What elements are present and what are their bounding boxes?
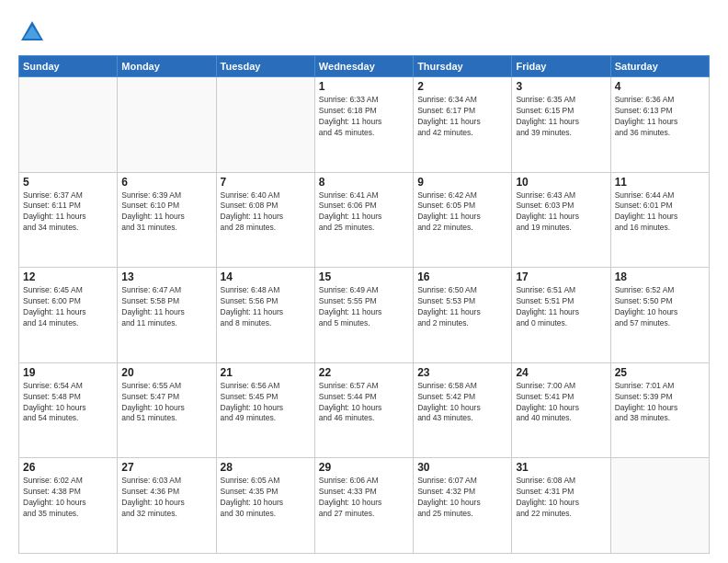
calendar-cell: 9Sunrise: 6:42 AM Sunset: 6:05 PM Daylig… <box>414 172 512 268</box>
page: SundayMondayTuesdayWednesdayThursdayFrid… <box>0 0 728 563</box>
calendar-cell: 19Sunrise: 6:54 AM Sunset: 5:48 PM Dayli… <box>19 362 118 458</box>
weekday-header-saturday: Saturday <box>610 56 709 77</box>
calendar-cell: 8Sunrise: 6:41 AM Sunset: 6:06 PM Daylig… <box>314 172 413 268</box>
day-info: Sunrise: 6:45 AM Sunset: 6:00 PM Dayligh… <box>23 285 113 329</box>
day-info: Sunrise: 6:08 AM Sunset: 4:31 PM Dayligh… <box>516 476 606 520</box>
day-number: 19 <box>23 366 113 379</box>
calendar-cell: 17Sunrise: 6:51 AM Sunset: 5:51 PM Dayli… <box>512 268 610 363</box>
calendar-cell: 24Sunrise: 7:00 AM Sunset: 5:41 PM Dayli… <box>512 362 610 458</box>
day-number: 31 <box>516 461 606 474</box>
day-number: 11 <box>615 176 705 189</box>
weekday-header-tuesday: Tuesday <box>216 56 314 77</box>
day-info: Sunrise: 6:37 AM Sunset: 6:11 PM Dayligh… <box>23 190 113 235</box>
calendar-cell: 20Sunrise: 6:55 AM Sunset: 5:47 PM Dayli… <box>118 362 216 458</box>
day-info: Sunrise: 6:57 AM Sunset: 5:44 PM Dayligh… <box>319 381 409 425</box>
calendar-cell: 13Sunrise: 6:47 AM Sunset: 5:58 PM Dayli… <box>118 268 216 363</box>
calendar-cell: 7Sunrise: 6:40 AM Sunset: 6:08 PM Daylig… <box>216 172 314 268</box>
calendar-cell: 21Sunrise: 6:56 AM Sunset: 5:45 PM Dayli… <box>216 362 314 458</box>
day-info: Sunrise: 6:50 AM Sunset: 5:53 PM Dayligh… <box>417 285 507 329</box>
calendar-cell: 23Sunrise: 6:58 AM Sunset: 5:42 PM Dayli… <box>414 362 512 458</box>
calendar-cell <box>216 77 314 173</box>
day-info: Sunrise: 6:36 AM Sunset: 6:13 PM Dayligh… <box>615 95 705 139</box>
day-number: 30 <box>417 461 507 474</box>
calendar-cell: 30Sunrise: 6:07 AM Sunset: 4:32 PM Dayli… <box>414 458 512 554</box>
day-number: 16 <box>417 270 507 283</box>
day-number: 27 <box>121 461 211 474</box>
day-number: 13 <box>121 270 211 283</box>
day-number: 10 <box>516 176 606 189</box>
day-number: 28 <box>221 461 311 474</box>
day-info: Sunrise: 6:54 AM Sunset: 5:48 PM Dayligh… <box>23 381 113 425</box>
day-info: Sunrise: 6:49 AM Sunset: 5:55 PM Dayligh… <box>319 285 409 329</box>
day-number: 9 <box>417 176 507 189</box>
day-info: Sunrise: 6:55 AM Sunset: 5:47 PM Dayligh… <box>121 381 211 425</box>
day-number: 1 <box>319 80 409 93</box>
day-info: Sunrise: 6:06 AM Sunset: 4:33 PM Dayligh… <box>319 476 409 520</box>
day-info: Sunrise: 6:48 AM Sunset: 5:56 PM Dayligh… <box>221 285 311 329</box>
weekday-header-wednesday: Wednesday <box>314 56 413 77</box>
day-info: Sunrise: 6:07 AM Sunset: 4:32 PM Dayligh… <box>417 476 507 520</box>
day-number: 2 <box>417 80 507 93</box>
calendar-cell: 12Sunrise: 6:45 AM Sunset: 6:00 PM Dayli… <box>19 268 118 363</box>
day-number: 23 <box>417 366 507 379</box>
weekday-header-thursday: Thursday <box>414 56 512 77</box>
calendar-cell: 22Sunrise: 6:57 AM Sunset: 5:44 PM Dayli… <box>314 362 413 458</box>
day-number: 3 <box>516 80 606 93</box>
week-row-5: 26Sunrise: 6:02 AM Sunset: 4:38 PM Dayli… <box>19 458 710 554</box>
day-number: 6 <box>121 176 211 189</box>
day-info: Sunrise: 6:03 AM Sunset: 4:36 PM Dayligh… <box>121 476 211 520</box>
day-info: Sunrise: 6:33 AM Sunset: 6:18 PM Dayligh… <box>319 95 409 139</box>
calendar-cell <box>19 77 118 173</box>
day-number: 22 <box>319 366 409 379</box>
calendar-cell: 26Sunrise: 6:02 AM Sunset: 4:38 PM Dayli… <box>19 458 118 554</box>
day-number: 4 <box>615 80 705 93</box>
calendar-table: SundayMondayTuesdayWednesdayThursdayFrid… <box>18 55 710 554</box>
calendar-cell: 25Sunrise: 7:01 AM Sunset: 5:39 PM Dayli… <box>610 362 709 458</box>
calendar-cell <box>610 458 709 554</box>
day-info: Sunrise: 6:39 AM Sunset: 6:10 PM Dayligh… <box>121 190 211 235</box>
calendar-cell: 28Sunrise: 6:05 AM Sunset: 4:35 PM Dayli… <box>216 458 314 554</box>
day-number: 20 <box>121 366 211 379</box>
weekday-header-sunday: Sunday <box>19 56 118 77</box>
day-info: Sunrise: 7:01 AM Sunset: 5:39 PM Dayligh… <box>615 381 705 425</box>
calendar-cell: 4Sunrise: 6:36 AM Sunset: 6:13 PM Daylig… <box>610 77 709 173</box>
calendar-cell: 29Sunrise: 6:06 AM Sunset: 4:33 PM Dayli… <box>314 458 413 554</box>
day-info: Sunrise: 6:05 AM Sunset: 4:35 PM Dayligh… <box>221 476 311 520</box>
day-info: Sunrise: 6:43 AM Sunset: 6:03 PM Dayligh… <box>516 190 606 235</box>
day-info: Sunrise: 6:56 AM Sunset: 5:45 PM Dayligh… <box>221 381 311 425</box>
day-info: Sunrise: 6:44 AM Sunset: 6:01 PM Dayligh… <box>615 190 705 235</box>
day-number: 18 <box>615 270 705 283</box>
week-row-2: 5Sunrise: 6:37 AM Sunset: 6:11 PM Daylig… <box>19 172 710 268</box>
week-row-4: 19Sunrise: 6:54 AM Sunset: 5:48 PM Dayli… <box>19 362 710 458</box>
calendar-cell: 2Sunrise: 6:34 AM Sunset: 6:17 PM Daylig… <box>414 77 512 173</box>
day-info: Sunrise: 6:47 AM Sunset: 5:58 PM Dayligh… <box>121 285 211 329</box>
day-info: Sunrise: 6:58 AM Sunset: 5:42 PM Dayligh… <box>417 381 507 425</box>
day-number: 14 <box>221 270 311 283</box>
day-number: 21 <box>221 366 311 379</box>
calendar-cell <box>118 77 216 173</box>
logo <box>18 18 50 46</box>
week-row-1: 1Sunrise: 6:33 AM Sunset: 6:18 PM Daylig… <box>19 77 710 173</box>
calendar-cell: 11Sunrise: 6:44 AM Sunset: 6:01 PM Dayli… <box>610 172 709 268</box>
weekday-header-row: SundayMondayTuesdayWednesdayThursdayFrid… <box>19 56 710 77</box>
weekday-header-monday: Monday <box>118 56 216 77</box>
day-number: 24 <box>516 366 606 379</box>
day-info: Sunrise: 6:41 AM Sunset: 6:06 PM Dayligh… <box>319 190 409 235</box>
logo-icon <box>18 18 46 46</box>
calendar-cell: 31Sunrise: 6:08 AM Sunset: 4:31 PM Dayli… <box>512 458 610 554</box>
weekday-header-friday: Friday <box>512 56 610 77</box>
header <box>18 18 710 46</box>
calendar-cell: 3Sunrise: 6:35 AM Sunset: 6:15 PM Daylig… <box>512 77 610 173</box>
calendar-cell: 15Sunrise: 6:49 AM Sunset: 5:55 PM Dayli… <box>314 268 413 363</box>
day-info: Sunrise: 7:00 AM Sunset: 5:41 PM Dayligh… <box>516 381 606 425</box>
calendar-cell: 10Sunrise: 6:43 AM Sunset: 6:03 PM Dayli… <box>512 172 610 268</box>
day-info: Sunrise: 6:51 AM Sunset: 5:51 PM Dayligh… <box>516 285 606 329</box>
day-number: 7 <box>221 176 311 189</box>
calendar-cell: 1Sunrise: 6:33 AM Sunset: 6:18 PM Daylig… <box>314 77 413 173</box>
calendar-cell: 6Sunrise: 6:39 AM Sunset: 6:10 PM Daylig… <box>118 172 216 268</box>
calendar-cell: 16Sunrise: 6:50 AM Sunset: 5:53 PM Dayli… <box>414 268 512 363</box>
day-number: 8 <box>319 176 409 189</box>
day-info: Sunrise: 6:42 AM Sunset: 6:05 PM Dayligh… <box>417 190 507 235</box>
calendar-cell: 18Sunrise: 6:52 AM Sunset: 5:50 PM Dayli… <box>610 268 709 363</box>
day-number: 29 <box>319 461 409 474</box>
